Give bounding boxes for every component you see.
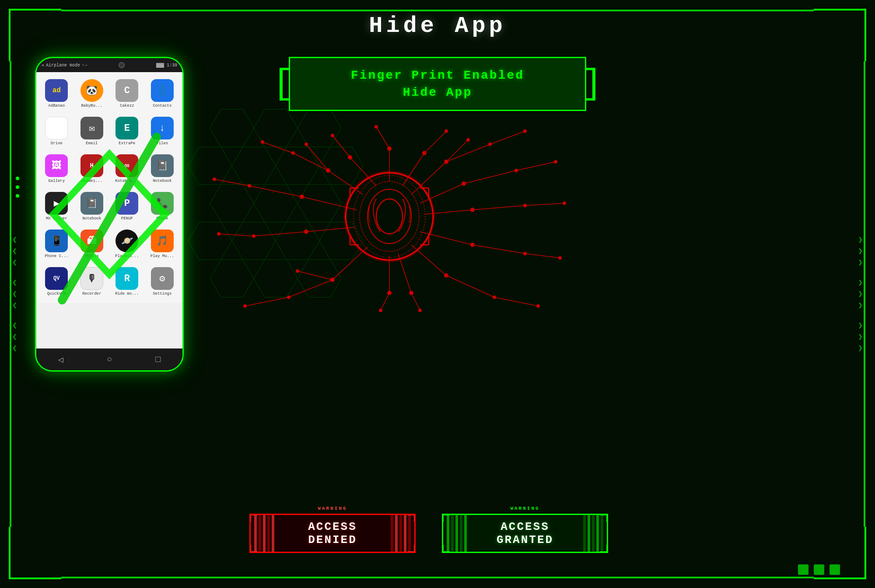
list-item[interactable]: 🏔 Photos <box>75 226 109 262</box>
svg-line-92 <box>245 297 289 306</box>
svg-line-62 <box>424 210 472 214</box>
list-item[interactable]: ad AdBanao <box>40 76 74 111</box>
list-item[interactable]: 🎙 Recorder <box>75 264 109 299</box>
indicator-dot-1 <box>798 564 808 575</box>
list-item[interactable]: ▶ MX Player <box>40 188 74 224</box>
svg-point-31 <box>354 175 425 257</box>
svg-point-93 <box>243 304 247 308</box>
svg-line-88 <box>332 247 368 280</box>
granted-bc-br <box>600 545 608 553</box>
list-item[interactable]: ▲ Drive <box>40 113 74 149</box>
granted-bc-bl <box>442 545 450 553</box>
svg-line-58 <box>464 170 516 184</box>
access-denied-button[interactable]: WARNING ACCESS DENIED <box>249 514 416 557</box>
hud-bottom-line <box>61 577 814 578</box>
phone-navbar: ◁ ○ □ <box>36 348 182 370</box>
app-label: Notebook <box>82 216 101 221</box>
access-granted-warning: WARNING <box>510 506 539 511</box>
access-denied-warning: WARNING <box>318 506 347 511</box>
svg-line-108 <box>446 140 468 162</box>
home-nav-icon[interactable]: ○ <box>107 355 112 365</box>
list-item[interactable]: ↓ Files <box>146 113 179 149</box>
indicator-dot-2 <box>814 564 824 575</box>
app-icon: E <box>116 117 138 139</box>
back-nav-icon[interactable]: ◁ <box>58 354 63 365</box>
indicator-dot-3 <box>830 564 840 575</box>
app-icon: P <box>116 192 138 215</box>
svg-point-19 <box>344 171 435 262</box>
svg-point-67 <box>563 202 566 205</box>
front-camera <box>119 62 125 68</box>
access-granted-button[interactable]: WARNING ACCESS GRANTED <box>442 514 608 557</box>
svg-line-86 <box>381 293 389 310</box>
list-item[interactable]: 🎵 Play Mu... <box>146 226 179 262</box>
app-icon: ⚙ <box>151 267 174 290</box>
app-icon: 📓 <box>80 192 103 215</box>
app-label: Kotak B... <box>115 179 139 183</box>
app-label: Phone <box>156 216 168 221</box>
app-icon: ad <box>45 79 68 102</box>
list-item[interactable]: C Cakezz <box>110 76 144 111</box>
list-item[interactable]: 🪐 Planets... <box>110 226 144 262</box>
app-label: Files <box>156 141 168 146</box>
app-label: ExtraPe <box>119 141 135 146</box>
left-arrows: ❮ ❮ ❮ ❮ ❮ ❮ ❮ ❮ ❮ <box>12 236 17 352</box>
svg-line-64 <box>472 205 525 210</box>
svg-point-61 <box>554 160 557 164</box>
app-label: Photos <box>85 254 99 258</box>
list-item[interactable]: ⚙ Settings <box>146 264 179 299</box>
list-item[interactable]: 🐼 BabyBu... <box>75 76 109 111</box>
granted-bc-tr <box>600 514 608 522</box>
list-item[interactable]: 📱 Phone C... <box>40 226 74 262</box>
svg-line-70 <box>472 245 525 254</box>
app-label: BabyBu... <box>81 104 102 108</box>
page-title: Hide App <box>0 13 875 39</box>
app-icon: 📱 <box>45 230 68 252</box>
list-item[interactable]: P PENUP <box>110 188 144 224</box>
denied-bc-br <box>407 545 415 553</box>
list-item[interactable]: 👤 Contacts <box>146 76 179 111</box>
svg-point-87 <box>379 309 382 312</box>
list-item[interactable]: QV QuickVPN <box>40 264 74 299</box>
fingerprint-svg <box>210 118 569 315</box>
list-item[interactable]: ✉ Email <box>75 113 109 149</box>
app-grid: ad AdBanao 🐼 BabyBu... C Cakezz 👤 Contac… <box>36 72 182 303</box>
bracket-corner-tl <box>289 57 298 66</box>
denied-bc-bl <box>250 545 258 553</box>
svg-point-83 <box>418 309 422 312</box>
denied-bc-tr <box>407 514 415 522</box>
fingerprint-visual <box>210 118 569 315</box>
svg-line-52 <box>446 144 490 162</box>
list-item[interactable]: E ExtraPe <box>110 113 144 149</box>
app-label: PENUP <box>121 216 133 221</box>
list-item[interactable]: R Ride mo... <box>110 264 144 299</box>
svg-line-34 <box>293 153 328 170</box>
svg-line-54 <box>490 131 525 144</box>
svg-point-41 <box>331 134 334 137</box>
list-item[interactable]: 🖼 Gallery <box>40 151 74 187</box>
phone-screen: ad AdBanao 🐼 BabyBu... C Cakezz 👤 Contac… <box>36 72 182 348</box>
app-label: Gallery <box>48 179 65 183</box>
app-icon: ↓ <box>151 117 174 139</box>
recents-nav-icon[interactable]: □ <box>155 355 161 365</box>
app-label: Huawei... <box>81 179 102 183</box>
list-item[interactable]: 📓 Notebook <box>146 151 179 187</box>
list-item[interactable]: ∞ Kotak B... <box>110 151 144 187</box>
app-icon: 🎵 <box>151 230 174 252</box>
app-label: Play Mu... <box>150 254 174 258</box>
access-granted-body: ACCESS GRANTED <box>442 514 608 553</box>
svg-point-109 <box>466 138 470 142</box>
app-icon: 🪐 <box>116 230 138 252</box>
list-item[interactable]: 📞 Phone <box>146 188 179 224</box>
svg-line-48 <box>424 131 446 153</box>
list-item[interactable]: 📓 Notebook <box>75 188 109 224</box>
svg-line-76 <box>446 275 494 297</box>
phone-status-bar: ✈ Airplane mode ↑→ ▓▓▓ 1:39 <box>36 58 182 72</box>
app-label: Recorder <box>82 292 101 296</box>
status-left: ✈ Airplane mode ↑→ <box>42 63 87 68</box>
side-dots <box>16 177 19 198</box>
list-item[interactable]: H Huawei... <box>75 151 109 187</box>
app-icon: R <box>116 267 138 290</box>
svg-point-107 <box>304 143 308 146</box>
app-icon: 🖼 <box>45 154 68 177</box>
